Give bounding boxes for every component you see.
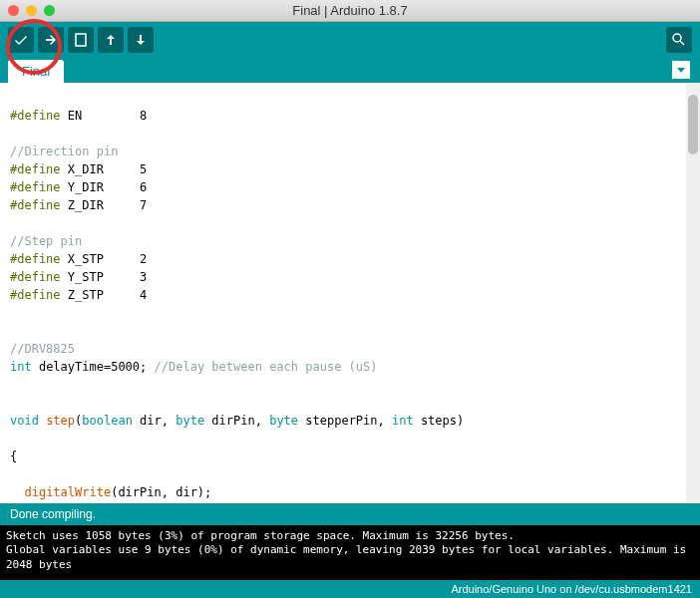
code-token: 5 — [140, 162, 147, 176]
code-comment: //Direction pin — [10, 145, 118, 158]
code-token: int — [10, 360, 32, 374]
code-token: digitalWrite — [24, 485, 111, 499]
code-token: 6 — [140, 180, 147, 194]
code-token: 5000 — [111, 360, 140, 374]
code-token: Y_STP — [68, 270, 104, 284]
upload-button[interactable] — [38, 27, 64, 53]
console-output[interactable]: Sketch uses 1058 bytes (3%) of program s… — [0, 525, 700, 580]
svg-rect-0 — [76, 34, 86, 46]
code-token: void — [10, 414, 39, 428]
code-token: boolean — [82, 414, 133, 428]
code-token: #define — [10, 180, 61, 194]
svg-point-1 — [673, 34, 681, 42]
code-token: 3 — [140, 270, 147, 284]
code-editor[interactable]: #define EN 8 //Direction pin #define X_D… — [0, 83, 700, 503]
status-text: Done compiling. — [10, 507, 96, 521]
code-comment: //Step pin — [10, 234, 82, 248]
code-token: 7 — [140, 198, 147, 212]
code-token: Y_DIR — [68, 180, 104, 194]
code-token: EN — [68, 109, 82, 123]
tab-final[interactable]: Final — [8, 60, 64, 83]
save-button[interactable] — [128, 27, 154, 53]
code-token: Z_DIR — [68, 198, 104, 212]
code-token: #define — [10, 270, 61, 284]
code-token: (dirPin, dir); — [111, 485, 211, 499]
scrollbar-thumb[interactable] — [688, 95, 698, 154]
scrollbar-track[interactable] — [686, 83, 700, 503]
check-icon — [13, 32, 29, 48]
window-title: Final | Arduino 1.8.7 — [292, 3, 407, 18]
code-token: Z_STP — [68, 288, 104, 302]
code-token: dir, — [133, 414, 175, 428]
console-line: Global variables use 9 bytes (0%) of dyn… — [6, 543, 694, 572]
traffic-lights — [8, 5, 55, 16]
arrow-down-icon — [134, 33, 148, 47]
code-token: steps) — [414, 414, 465, 428]
arrow-right-icon — [43, 32, 59, 48]
code-comment: //DRV8825 — [10, 342, 75, 356]
code-token: byte — [269, 414, 298, 428]
code-token: delayTime= — [39, 360, 111, 374]
serial-monitor-button[interactable] — [666, 27, 692, 53]
verify-button[interactable] — [8, 27, 34, 53]
minimize-window-button[interactable] — [26, 5, 37, 16]
code-token: #define — [10, 252, 61, 266]
code-token: #define — [10, 198, 61, 212]
toolbar — [0, 22, 700, 57]
maximize-window-button[interactable] — [44, 5, 55, 16]
code-token: dirPin, — [204, 414, 269, 428]
window-titlebar: Final | Arduino 1.8.7 — [0, 0, 700, 22]
file-icon — [74, 33, 88, 47]
footer-bar: Arduino/Genuino Uno on /dev/cu.usbmodem1… — [0, 580, 700, 598]
tab-bar: Final — [0, 57, 700, 83]
code-token: ; — [140, 360, 147, 374]
code-token: #define — [10, 162, 61, 176]
code-token: X_DIR — [68, 162, 104, 176]
magnifier-icon — [671, 32, 687, 48]
open-button[interactable] — [98, 27, 124, 53]
triangle-down-icon — [676, 65, 686, 75]
status-bar: Done compiling. — [0, 503, 700, 525]
code-token: #define — [10, 109, 61, 123]
code-token: int — [392, 414, 414, 428]
console-line: Sketch uses 1058 bytes (3%) of program s… — [6, 529, 694, 543]
footer-right: Arduino/Genuino Uno on /dev/cu.usbmodem1… — [451, 583, 692, 595]
tab-menu-button[interactable] — [672, 61, 690, 79]
code-token: stepperPin, — [298, 414, 392, 428]
code-token: 2 — [140, 252, 147, 266]
code-token: step — [46, 414, 75, 428]
code-token: { — [10, 449, 17, 463]
code-token: X_STP — [68, 252, 104, 266]
code-comment: //Delay between each pause (uS) — [155, 360, 378, 374]
close-window-button[interactable] — [8, 5, 19, 16]
code-token: 8 — [140, 109, 147, 123]
code-token: #define — [10, 288, 61, 302]
code-token: 4 — [140, 288, 147, 302]
code-token: byte — [175, 414, 204, 428]
arrow-up-icon — [104, 33, 118, 47]
new-button[interactable] — [68, 27, 94, 53]
